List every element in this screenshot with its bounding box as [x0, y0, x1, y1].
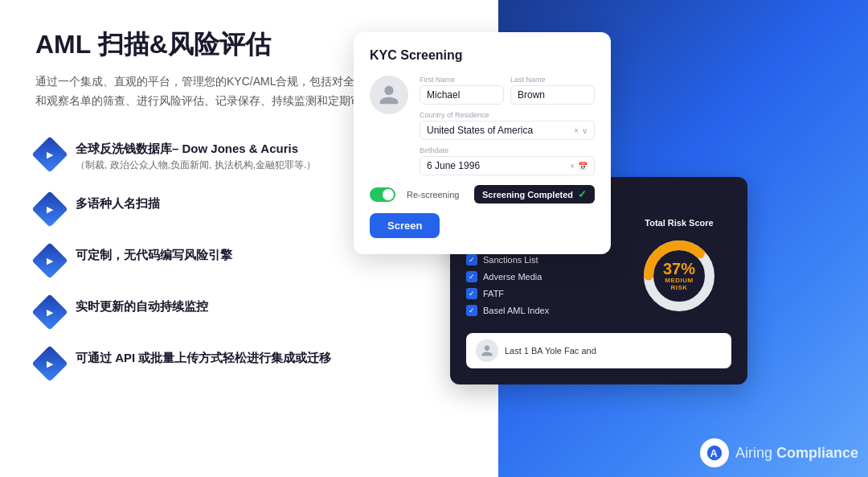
- feature-icon-risk: [35, 246, 64, 275]
- avatar: [370, 76, 408, 114]
- feature-text-api: 可通过 API 或批量上传方式轻松进行集成或迁移: [76, 349, 331, 366]
- rhombus-icon-4: [31, 294, 68, 330]
- right-section: KYC Screening First Name Michael Last: [498, 0, 868, 477]
- last-name-label: Last Name: [510, 76, 595, 84]
- fatf-label: FATF: [483, 289, 504, 298]
- adverse-checkbox[interactable]: [466, 271, 477, 282]
- feature-subtitle-aml: （制裁, 政治公众人物,负面新闻, 执法机构,金融犯罪等.）: [76, 158, 316, 172]
- risk-param-adverse: Adverse Media: [466, 271, 614, 282]
- feature-title-aml: 全球反洗钱数据库– Dow Jones & Acuris: [76, 140, 316, 157]
- country-field-icons: × ∨: [574, 126, 588, 135]
- airing-logo-icon: A: [706, 444, 723, 462]
- rescreening-toggle[interactable]: [370, 187, 395, 202]
- birthdate-group: Birthdate 6 June 1996 × 📅: [420, 146, 595, 175]
- risk-label: MEDIUM RISK: [659, 277, 699, 291]
- feature-icon-aml: [35, 140, 64, 169]
- feature-icon-api: [35, 349, 64, 378]
- donut-chart: 37% MEDIUM RISK: [639, 236, 719, 316]
- sanctions-label: Sanctions List: [483, 255, 538, 265]
- donut-text: 37% MEDIUM RISK: [659, 261, 699, 291]
- sanctions-checkbox[interactable]: [466, 254, 477, 265]
- risk-param-sanctions: Sanctions List: [466, 254, 614, 265]
- first-name-group: First Name Michael: [420, 76, 504, 105]
- total-risk-score-title: Total Risk Score: [645, 218, 713, 228]
- watermark-logo: A: [700, 438, 729, 467]
- main-container: AML 扫描&风险评估 通过一个集成、直观的平台，管理您的KYC/AML合规，包…: [0, 0, 868, 477]
- rhombus-icon-3: [31, 242, 68, 278]
- feature-title-monitor: 实时更新的自动持续监控: [76, 298, 208, 315]
- feature-title-multi: 多语种人名扫描: [76, 195, 160, 212]
- feature-text-monitor: 实时更新的自动持续监控: [76, 298, 208, 315]
- risk-param-fatf: FATF: [466, 288, 614, 299]
- country-chevron-icon[interactable]: ∨: [582, 126, 588, 135]
- country-clear-icon[interactable]: ×: [574, 126, 579, 135]
- kyc-avatar-row: First Name Michael Last Name Brown Count…: [370, 76, 595, 175]
- birthdate-value[interactable]: 6 June 1996 × 📅: [420, 156, 595, 175]
- risk-param-basel: Basel AML Index: [466, 305, 614, 316]
- screening-completed-text: Screening Completed: [482, 190, 573, 199]
- feature-item-api: 可通过 API 或批量上传方式轻松进行集成或迁移: [35, 349, 463, 378]
- feature-item-monitoring: 实时更新的自动持续监控: [35, 298, 463, 327]
- birthdate-field-icons: × 📅: [570, 162, 588, 171]
- risk-percent: 37%: [659, 261, 699, 277]
- first-name-label: First Name: [420, 76, 504, 84]
- rhombus-icon-5: [31, 345, 68, 381]
- last-name-group: Last Name Brown: [510, 76, 595, 105]
- feature-title-risk: 可定制，无代码编写风险引擎: [76, 246, 232, 263]
- last-name-value[interactable]: Brown: [510, 85, 595, 105]
- feature-icon-monitor: [35, 298, 64, 327]
- bottom-avatar-icon: [481, 344, 493, 357]
- adverse-label: Adverse Media: [483, 272, 542, 282]
- feature-icon-multi: [35, 195, 64, 224]
- basel-checkbox[interactable]: [466, 305, 477, 316]
- check-icon: ✓: [578, 188, 587, 200]
- rescreening-label: Re-screening: [407, 190, 459, 199]
- country-value[interactable]: United States of America × ∨: [420, 121, 595, 140]
- screen-button[interactable]: Screen: [370, 213, 440, 238]
- country-label: Country of Residence: [420, 111, 595, 119]
- feature-text-multi: 多语种人名扫描: [76, 195, 160, 212]
- bottom-avatar: [476, 339, 498, 362]
- birthdate-clear-icon[interactable]: ×: [570, 162, 575, 171]
- calendar-icon[interactable]: 📅: [578, 162, 588, 171]
- name-field-row: First Name Michael Last Name Brown: [420, 76, 595, 105]
- rhombus-icon: [31, 136, 68, 172]
- feature-text-risk: 可定制，无代码编写风险引擎: [76, 246, 232, 263]
- screening-completed-badge: Screening Completed ✓: [474, 185, 595, 204]
- kyc-fields: First Name Michael Last Name Brown Count…: [420, 76, 595, 175]
- birthdate-label: Birthdate: [420, 146, 595, 154]
- donut-chart-container: Total Risk Score 37% MEDIUM RISK: [627, 218, 731, 322]
- bottom-strip-text: Last 1 BA Yole Fac and: [505, 346, 596, 356]
- re-screening-row: Re-screening Screening Completed ✓: [370, 185, 595, 204]
- first-name-value[interactable]: Michael: [420, 85, 504, 105]
- feature-title-api: 可通过 API 或批量上传方式轻松进行集成或迁移: [76, 349, 331, 366]
- bottom-strip: Last 1 BA Yole Fac and: [466, 333, 731, 368]
- fatf-checkbox[interactable]: [466, 288, 477, 299]
- basel-label: Basel AML Index: [483, 306, 549, 315]
- feature-text-aml: 全球反洗钱数据库– Dow Jones & Acuris （制裁, 政治公众人物…: [76, 140, 316, 172]
- watermark: A Airing Compliance: [700, 438, 858, 467]
- watermark-text: Airing Compliance: [735, 445, 858, 462]
- user-icon: [378, 84, 400, 106]
- svg-text:A: A: [710, 447, 717, 459]
- rhombus-icon-2: [31, 191, 68, 227]
- country-group: Country of Residence United States of Am…: [420, 111, 595, 140]
- kyc-card-title: KYC Screening: [370, 48, 595, 63]
- kyc-card: KYC Screening First Name Michael Last: [354, 32, 611, 254]
